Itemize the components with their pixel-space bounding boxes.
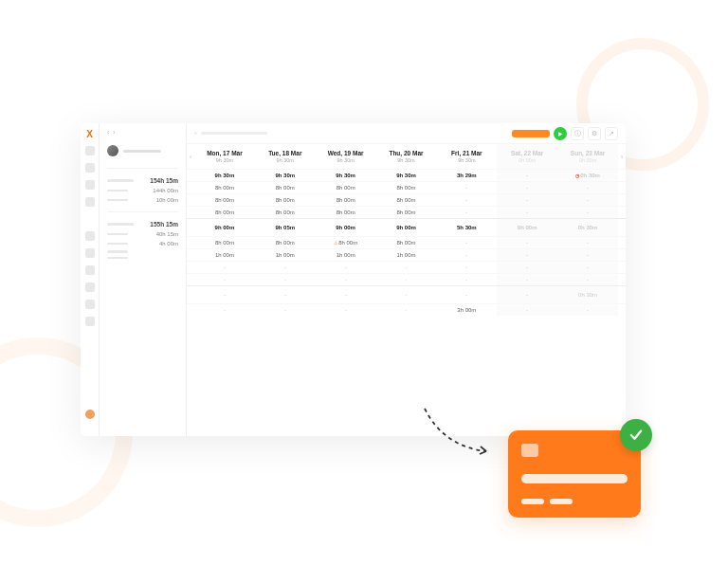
time-cell[interactable]: -: [497, 206, 557, 218]
time-cell[interactable]: 9h 30m: [255, 169, 316, 181]
time-cell[interactable]: -: [557, 261, 618, 273]
time-cell[interactable]: -: [497, 303, 557, 316]
day-header[interactable]: Mon, 17 Mar9h 30m: [194, 144, 255, 169]
time-cell[interactable]: 8h 00m: [316, 236, 376, 248]
time-cell[interactable]: -: [436, 206, 497, 218]
selected-user[interactable]: [100, 141, 186, 164]
time-cell[interactable]: -: [436, 273, 497, 285]
week-next-btn[interactable]: ›: [618, 144, 626, 169]
time-cell[interactable]: -: [436, 193, 497, 206]
time-cell[interactable]: 0h 30m: [557, 285, 618, 303]
time-cell[interactable]: -: [255, 273, 316, 285]
time-cell[interactable]: 1h 00m: [194, 248, 255, 261]
time-cell[interactable]: -: [497, 285, 557, 303]
time-cell[interactable]: -: [436, 248, 497, 261]
time-cell[interactable]: -: [497, 273, 557, 285]
time-cell[interactable]: 8h 00m: [376, 181, 437, 193]
time-cell[interactable]: 1h 00m: [376, 248, 437, 261]
projects-next-btn[interactable]: ›: [113, 129, 115, 136]
time-cell[interactable]: 8h 00m: [255, 236, 316, 248]
nav-report-icon[interactable]: [85, 265, 95, 275]
time-cell[interactable]: -: [255, 285, 316, 303]
time-cell[interactable]: 5h 30m: [436, 218, 497, 236]
time-cell[interactable]: 8h 00m: [376, 193, 437, 206]
time-cell[interactable]: -: [376, 285, 437, 303]
nav-dashboard-icon[interactable]: [85, 146, 95, 155]
time-cell[interactable]: -: [557, 193, 618, 206]
time-cell[interactable]: -: [557, 303, 618, 316]
time-cell[interactable]: 8h 00m: [316, 181, 376, 193]
time-cell[interactable]: 9h 00m: [376, 218, 437, 236]
day-header[interactable]: Sat, 22 Mar0h 00m: [497, 144, 557, 169]
day-header[interactable]: Thu, 20 Mar9h 30m: [376, 144, 437, 169]
day-header[interactable]: Sun, 23 Mar0h 00m: [557, 144, 618, 169]
app-logo[interactable]: X: [85, 129, 95, 138]
nav-share-icon[interactable]: [85, 317, 95, 326]
time-cell[interactable]: -: [376, 261, 437, 273]
time-cell[interactable]: 3h 29m: [436, 169, 497, 181]
nav-calendar-icon[interactable]: [85, 180, 95, 190]
time-cell[interactable]: -: [497, 181, 557, 193]
time-cell[interactable]: 8h 00m: [255, 181, 316, 193]
week-prev-btn[interactable]: ‹: [187, 144, 194, 169]
project-group-2-total[interactable]: 155h 15m: [100, 219, 186, 229]
time-cell[interactable]: -: [316, 261, 376, 273]
time-cell[interactable]: -: [557, 273, 618, 285]
time-cell[interactable]: 9h 00m: [316, 218, 376, 236]
time-cell[interactable]: -: [255, 261, 316, 273]
time-cell[interactable]: 8h 00m: [376, 236, 437, 248]
time-cell[interactable]: -: [194, 285, 255, 303]
project-item[interactable]: [100, 255, 186, 262]
time-cell[interactable]: 8h 00m: [194, 193, 255, 206]
time-cell[interactable]: 9h 05m: [255, 218, 316, 236]
time-cell[interactable]: 8h 00m: [255, 206, 316, 218]
settings-button[interactable]: ⚙: [588, 127, 601, 140]
day-header[interactable]: Fri, 21 Mar9h 30m: [436, 144, 497, 169]
user-avatar-small[interactable]: [85, 410, 95, 419]
time-cell[interactable]: -: [194, 261, 255, 273]
time-cell[interactable]: -: [557, 236, 618, 248]
time-cell[interactable]: 0h 30m: [557, 218, 618, 236]
time-cell[interactable]: 8h 00m: [194, 206, 255, 218]
play-button[interactable]: ▶: [554, 127, 567, 140]
time-cell[interactable]: -: [557, 248, 618, 261]
project-item[interactable]: 10h 00m: [100, 195, 186, 205]
time-cell[interactable]: 1h 00m: [255, 248, 316, 261]
time-cell[interactable]: -: [497, 248, 557, 261]
time-cell[interactable]: 9h 00m: [497, 218, 557, 236]
time-cell[interactable]: 8h 00m: [316, 206, 376, 218]
nav-loop-icon[interactable]: [85, 300, 95, 309]
nav-box-icon[interactable]: [85, 282, 95, 292]
nav-back-icon[interactable]: [85, 231, 95, 241]
time-cell[interactable]: -: [436, 181, 497, 193]
project-item[interactable]: 40h 15m: [100, 229, 186, 239]
time-cell[interactable]: -: [376, 303, 437, 316]
project-item[interactable]: 4h 00m: [100, 239, 186, 248]
time-cell[interactable]: -: [316, 303, 376, 316]
time-cell[interactable]: -: [497, 236, 557, 248]
nav-users-icon[interactable]: [85, 197, 95, 207]
time-cell[interactable]: -: [497, 261, 557, 273]
time-cell[interactable]: -: [436, 285, 497, 303]
time-cell[interactable]: 8h 00m: [255, 193, 316, 206]
time-cell[interactable]: 9h 30m: [376, 169, 437, 181]
day-header[interactable]: Wed, 19 Mar9h 30m: [316, 144, 376, 169]
time-cell[interactable]: 0h 30m: [557, 169, 618, 181]
time-cell[interactable]: -: [436, 261, 497, 273]
day-header[interactable]: Tue, 18 Mar9h 30m: [255, 144, 316, 169]
time-cell[interactable]: 3h 00m: [436, 303, 497, 316]
nav-clock-icon[interactable]: [85, 163, 95, 173]
time-cell[interactable]: -: [376, 273, 437, 285]
time-cell[interactable]: 8h 00m: [194, 181, 255, 193]
time-cell[interactable]: -: [497, 169, 557, 181]
time-cell[interactable]: -: [194, 303, 255, 316]
nav-chart-icon[interactable]: [85, 248, 95, 258]
time-cell[interactable]: -: [316, 285, 376, 303]
time-cell[interactable]: -: [557, 206, 618, 218]
time-cell[interactable]: 9h 30m: [316, 169, 376, 181]
project-group-1-total[interactable]: 154h 15m: [100, 175, 186, 186]
time-cell[interactable]: 1h 00m: [316, 248, 376, 261]
time-cell[interactable]: -: [436, 236, 497, 248]
status-pill[interactable]: [512, 130, 550, 137]
time-cell[interactable]: 8h 00m: [316, 193, 376, 206]
